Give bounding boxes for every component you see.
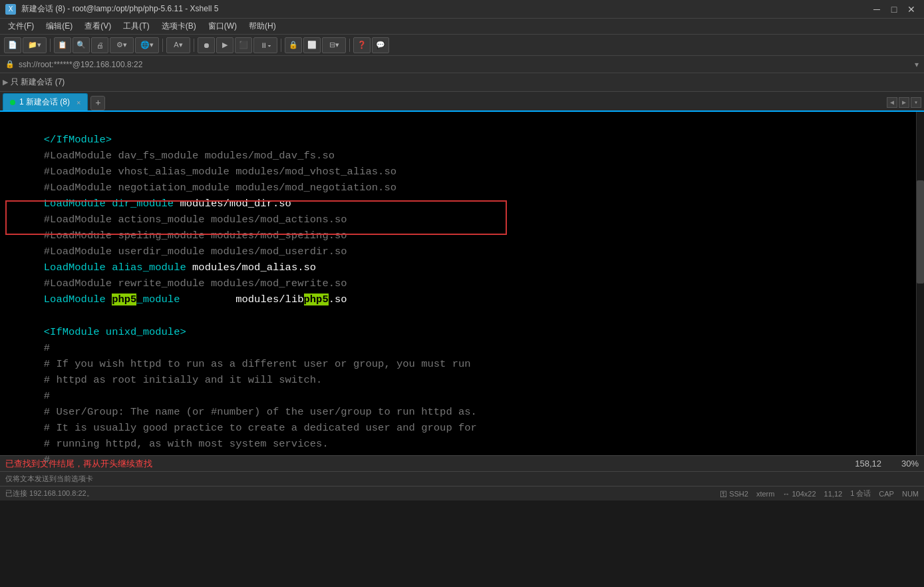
cursor-position: 158,12 <box>855 459 881 469</box>
tab-bar: 1 新建会话 (8) × + ◀ ▶ ▾ <box>0 92 924 112</box>
tab-close-btn[interactable]: × <box>77 98 80 106</box>
toolbar-print[interactable]: 🖨 <box>91 37 108 53</box>
window-controls: ─ □ ✕ <box>869 2 919 17</box>
connection-info: ⚿ SSH2 xterm ↔ 104x22 11,12 1 会话 CAP NUM <box>720 489 919 498</box>
xterm-indicator: xterm <box>756 490 775 498</box>
toolbar: 📄 📁▾ 📋 🔍 🖨 ⚙▾ 🌐▾ A▾ ⏺ ▶ ⬛ ⏸▾ 🔒 ⬜ ⊟▾ ❓ 💬 <box>0 35 924 56</box>
toolbar-pause[interactable]: ⏸▾ <box>253 37 277 53</box>
tab-navigation: ◀ ▶ ▾ <box>887 97 921 108</box>
toolbar-lock[interactable]: 🔒 <box>285 37 302 53</box>
address-dropdown[interactable]: ▾ <box>915 60 919 69</box>
tab-prev-btn[interactable]: ◀ <box>887 97 897 108</box>
lock-icon: 🔒 <box>5 60 15 69</box>
scrollbar-thumb[interactable] <box>917 180 924 284</box>
toolbar-help[interactable]: ❓ <box>353 37 371 53</box>
address-text: ssh://root:******@192.168.100.8:22 <box>19 60 142 69</box>
menu-help[interactable]: 帮助(H) <box>243 19 281 33</box>
terminal-line-18: # User/Group: The name (or #number) of t… <box>7 387 917 403</box>
app-icon: X <box>5 4 16 15</box>
toolbar-sep-4 <box>281 39 281 52</box>
window-title: 新建会话 (8) - root@lamp:/opt/php/php-5.6.11… <box>21 3 218 15</box>
close-button[interactable]: ✕ <box>904 2 919 17</box>
tab-status-dot <box>10 100 15 105</box>
scroll-percent: 30% <box>901 459 919 469</box>
tab-next-btn[interactable]: ▶ <box>899 97 909 108</box>
terminal-line-1: </IfModule> <box>7 116 917 132</box>
caps-indicator: CAP <box>879 490 894 498</box>
connection-bar: 已连接 192.168.100.8:22。 ⚿ SSH2 xterm ↔ 104… <box>0 486 924 500</box>
menu-edit[interactable]: 编辑(E) <box>41 19 78 33</box>
minimize-button[interactable]: ─ <box>869 2 884 17</box>
toolbar-open[interactable]: 📁▾ <box>23 37 47 53</box>
toolbar-new[interactable]: 📄 <box>4 37 21 53</box>
active-tab[interactable]: 1 新建会话 (8) × <box>3 93 88 110</box>
title-bar: X 新建会话 (8) - root@lamp:/opt/php/php-5.6.… <box>0 0 924 19</box>
send-bar: 仅将文本发送到当前选项卡 <box>0 471 924 486</box>
menu-tools[interactable]: 工具(T) <box>118 19 154 33</box>
toolbar-info[interactable]: 💬 <box>372 37 389 53</box>
menu-file[interactable]: 文件(F) <box>3 19 39 33</box>
terminal-area[interactable]: </IfModule> #LoadModule dav_fs_module mo… <box>0 112 924 455</box>
toolbar-globe[interactable]: 🌐▾ <box>135 37 159 53</box>
toolbar-play[interactable]: ▶ <box>216 37 233 53</box>
menu-tabs[interactable]: 选项卡(B) <box>156 19 202 33</box>
toolbar-sep-5 <box>349 39 350 52</box>
toolbar-settings[interactable]: ⚙▾ <box>110 37 134 53</box>
sessions-indicator: 1 会话 <box>850 489 871 498</box>
terminal-line-15: # If you wish httpd to run as a differen… <box>7 339 917 355</box>
tab-menu-btn[interactable]: ▾ <box>911 97 921 108</box>
toolbar-sep-3 <box>194 39 194 52</box>
connection-status: 已连接 192.168.100.8:22。 <box>5 489 94 498</box>
terminal-line-13: <IfModule unixd_module> <box>7 307 917 323</box>
toolbar-rec[interactable]: ⏺ <box>198 37 215 53</box>
toolbar-search[interactable]: 🔍 <box>73 37 90 53</box>
tab-label: 1 新建会话 (8) <box>19 97 70 108</box>
menu-window[interactable]: 窗口(W) <box>203 19 242 33</box>
toolbar-sep-2 <box>162 39 163 52</box>
menu-bar: 文件(F) 编辑(E) 查看(V) 工具(T) 选项卡(B) 窗口(W) 帮助(… <box>0 19 924 35</box>
address-bar: 🔒 ssh://root:******@192.168.100.8:22 ▾ <box>0 56 924 73</box>
toolbar-font[interactable]: A▾ <box>166 37 190 53</box>
terminal-line-2: #LoadModule dav_fs_module modules/mod_da… <box>7 132 917 148</box>
status-bar: 已查找到文件结尾，再从开头继续查找 158,12 30% <box>0 455 924 471</box>
maximize-button[interactable]: □ <box>887 2 901 17</box>
status-right: 158,12 30% <box>855 459 919 469</box>
toolbar-split[interactable]: ⊟▾ <box>322 37 346 53</box>
add-tab-button[interactable]: + <box>90 96 105 110</box>
terminal-content: </IfModule> #LoadModule dav_fs_module mo… <box>0 112 924 455</box>
session-icon: ▶ <box>3 78 8 87</box>
ssh-indicator: ⚿ SSH2 <box>720 490 748 498</box>
session-label[interactable]: 只 新建会话 (7) <box>11 77 65 88</box>
size-indicator: ↔ 104x22 <box>782 490 816 498</box>
toolbar-copy[interactable]: 📋 <box>54 37 71 53</box>
toolbar-screen[interactable]: ⬜ <box>303 37 321 53</box>
title-bar-left: X 新建会话 (8) - root@lamp:/opt/php/php-5.6.… <box>5 3 218 15</box>
num-indicator: NUM <box>902 490 919 498</box>
session-bar: ▶ 只 新建会话 (7) <box>0 73 924 92</box>
toolbar-sep-1 <box>50 39 51 52</box>
toolbar-stop[interactable]: ⬛ <box>235 37 252 53</box>
scrollbar[interactable] <box>916 112 924 455</box>
menu-view[interactable]: 查看(V) <box>79 19 116 33</box>
cursor-indicator: 11,12 <box>824 490 843 498</box>
